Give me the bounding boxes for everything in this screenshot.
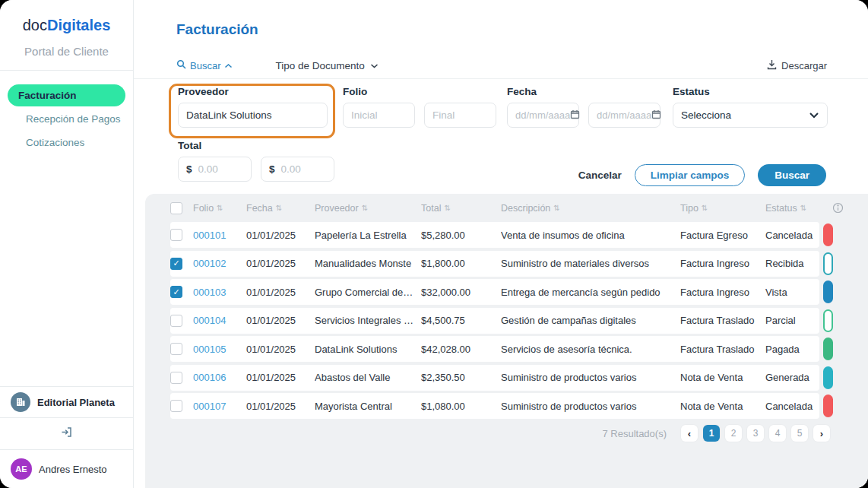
user-row[interactable]: AE Andres Ernesto: [0, 449, 133, 488]
page-button-5[interactable]: 5: [791, 425, 808, 442]
user-name: Andres Ernesto: [39, 464, 107, 475]
folio-link[interactable]: 000102: [193, 258, 246, 269]
clear-fields-button[interactable]: Limpiar campos: [635, 164, 746, 186]
portal-subtitle: Portal de Cliente: [0, 45, 133, 58]
folio-link[interactable]: 000101: [193, 230, 246, 241]
total-min-input[interactable]: [198, 163, 240, 175]
folio-label: Folio: [343, 86, 496, 97]
logo-prefix: doc: [23, 17, 47, 33]
column-header-tipo[interactable]: Tipo⇅: [680, 203, 765, 214]
sort-icon: ⇅: [217, 204, 223, 212]
fecha-label: Fecha: [507, 86, 661, 97]
sort-icon: ⇅: [362, 204, 368, 212]
fecha-end-placeholder: dd/mm/aaaa: [597, 109, 651, 121]
column-header-estatus[interactable]: Estatus⇅: [765, 203, 820, 214]
total-max-input[interactable]: [281, 163, 323, 175]
calendar-icon: [570, 109, 580, 122]
folio-link[interactable]: 000105: [193, 344, 246, 355]
fecha-cell: 01/01/2025: [246, 344, 315, 355]
total-label: Total: [178, 140, 334, 151]
descripcion-cell: Suministro de productos varios: [501, 401, 680, 412]
column-header-proveedor[interactable]: Proveedor⇅: [315, 203, 421, 214]
logout-button[interactable]: [0, 417, 133, 449]
row-checkbox[interactable]: [170, 229, 182, 241]
sidebar: docDigitales Portal de Cliente Facturaci…: [0, 0, 134, 488]
doc-type-dropdown[interactable]: Tipo de Documento: [275, 60, 378, 71]
table-row[interactable]: 000105 01/01/2025 DataLink Solutions $42…: [170, 336, 819, 362]
table-header-row: Folio⇅ Fecha⇅ Proveedor⇅ Total⇅ Descripc…: [170, 194, 819, 222]
company-row[interactable]: Editorial Planeta: [0, 386, 133, 417]
sidebar-item-facturacion[interactable]: Facturación: [8, 84, 125, 106]
row-checkbox[interactable]: [170, 286, 182, 298]
sidebar-item-cotizaciones[interactable]: Cotizaciones: [8, 132, 125, 154]
column-header-fecha[interactable]: Fecha⇅: [246, 203, 315, 214]
proveedor-cell: Servicios Integrales de...: [315, 315, 421, 326]
filter-panel: Proveedor Folio Fecha dd/mm/aaaa: [134, 79, 868, 193]
results-count: 7 Resultado(s): [602, 428, 667, 439]
sidebar-item-recepcion-pagos[interactable]: Recepción de Pagos: [8, 108, 125, 130]
table-row[interactable]: 000104 01/01/2025 Servicios Integrales d…: [170, 308, 819, 334]
proveedor-input[interactable]: [178, 103, 328, 128]
proveedor-cell: Mayorista Central: [315, 401, 421, 412]
next-page-button[interactable]: ›: [813, 425, 830, 442]
folio-link[interactable]: 000104: [193, 315, 246, 326]
folio-final-input[interactable]: [424, 103, 496, 128]
download-button[interactable]: Descargar: [767, 59, 827, 72]
tipo-cell: Factura Traslado: [680, 344, 765, 355]
total-cell: $1,080.00: [421, 401, 501, 412]
folio-link[interactable]: 000103: [193, 287, 246, 298]
search-button[interactable]: Buscar: [758, 164, 826, 186]
column-header-total[interactable]: Total⇅: [421, 203, 501, 214]
main-content: Facturación Buscar Tipo de Documento: [134, 0, 868, 488]
estatus-cell: Recibida: [765, 258, 820, 269]
app-window: docDigitales Portal de Cliente Facturaci…: [0, 0, 868, 488]
fecha-end-input[interactable]: dd/mm/aaaa: [588, 103, 661, 128]
table-row[interactable]: 000102 01/01/2025 Manualidades Monste $1…: [170, 251, 819, 277]
chevron-down-icon: [809, 109, 819, 121]
status-bar: [823, 223, 833, 246]
descripcion-cell: Gestión de campañas digitales: [501, 315, 680, 326]
row-checkbox[interactable]: [170, 343, 182, 355]
estatus-label: Estatus: [673, 86, 828, 97]
row-checkbox[interactable]: [170, 372, 182, 384]
folio-link[interactable]: 000106: [193, 372, 246, 383]
search-toggle[interactable]: Buscar: [176, 59, 233, 71]
column-header-folio[interactable]: Folio⇅: [193, 203, 246, 214]
sort-icon: ⇅: [444, 204, 450, 212]
fecha-cell: 01/01/2025: [246, 401, 315, 412]
page-button-1[interactable]: 1: [703, 425, 720, 442]
chevron-down-icon: [370, 60, 379, 71]
estatus-selected-value: Selecciona: [681, 109, 731, 121]
row-checkbox[interactable]: [170, 258, 182, 270]
select-all-checkbox[interactable]: [170, 202, 182, 214]
estatus-cell: Cancelada: [765, 401, 820, 412]
page-button-2[interactable]: 2: [725, 425, 742, 442]
sort-icon: ⇅: [553, 204, 559, 212]
table-row[interactable]: 000101 01/01/2025 Papelería La Estrella …: [170, 222, 819, 248]
row-checkbox[interactable]: [170, 400, 182, 412]
sort-icon: ⇅: [276, 204, 282, 212]
row-checkbox[interactable]: [170, 315, 182, 327]
proveedor-cell: Manualidades Monste: [315, 258, 421, 269]
toolbar: Buscar Tipo de Documento Descargar: [176, 57, 827, 74]
page-title: Facturación: [176, 21, 258, 38]
folio-inicial-input[interactable]: [343, 103, 415, 128]
page-button-3[interactable]: 3: [747, 425, 764, 442]
fecha-start-input[interactable]: dd/mm/aaaa: [507, 103, 579, 128]
info-icon[interactable]: [832, 202, 844, 216]
building-icon: [11, 392, 30, 412]
page-button-4[interactable]: 4: [769, 425, 786, 442]
folio-link[interactable]: 000107: [193, 401, 246, 412]
cancel-button[interactable]: Cancelar: [578, 170, 622, 181]
column-header-descripcion[interactable]: Descripción⇅: [501, 203, 680, 214]
proveedor-cell: Abastos del Valle: [315, 372, 421, 383]
table-row[interactable]: 000106 01/01/2025 Abastos del Valle $2,3…: [170, 365, 819, 391]
total-cell: $42,028.00: [421, 344, 501, 355]
estatus-select[interactable]: Selecciona: [673, 103, 828, 128]
table-row[interactable]: 000107 01/01/2025 Mayorista Central $1,0…: [170, 393, 819, 419]
table-row[interactable]: 000103 01/01/2025 Grupo Comercial del C.…: [170, 279, 819, 305]
fecha-cell: 01/01/2025: [246, 315, 315, 326]
fecha-start-placeholder: dd/mm/aaaa: [515, 109, 570, 121]
avatar: AE: [11, 458, 32, 480]
prev-page-button[interactable]: ‹: [681, 425, 698, 442]
